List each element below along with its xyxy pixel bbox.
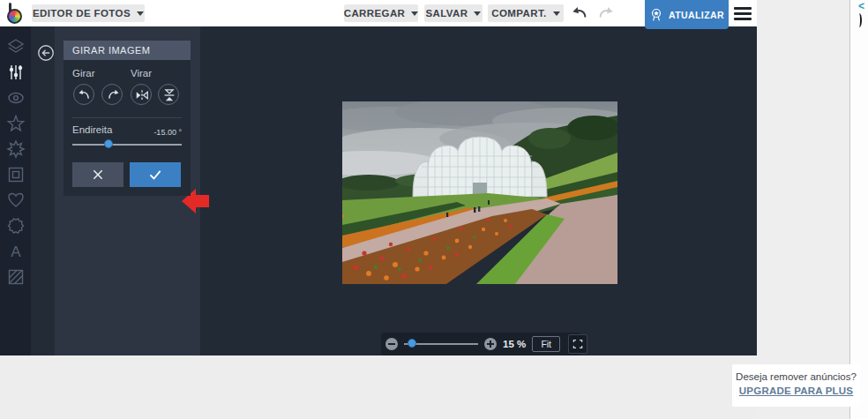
- strip-artifact: [857, 13, 862, 27]
- arrow-shaft: [196, 195, 209, 207]
- hamburger-menu-icon[interactable]: [734, 7, 752, 20]
- pixlr-logo-icon[interactable]: [7, 3, 26, 25]
- award-badge-icon: [649, 7, 663, 23]
- sidebar-item-effects[interactable]: [5, 138, 26, 160]
- atualizar-button[interactable]: ATUALIZAR: [645, 0, 729, 29]
- zoom-slider-thumb[interactable]: [408, 339, 416, 348]
- sidebar-item-eye[interactable]: [5, 87, 26, 108]
- flip-vertical-button[interactable]: [158, 84, 179, 105]
- app-menu-button[interactable]: EDITOR DE FOTOS: [32, 4, 145, 22]
- salvar-button[interactable]: SALVAR: [424, 4, 483, 22]
- straighten-slider[interactable]: [72, 139, 182, 150]
- girar-imagem-panel: GIRAR IMAGEM Girar Virar: [64, 41, 191, 196]
- zoom-bar: 15 % Fit: [381, 333, 580, 355]
- text-tool-glyph: A: [11, 243, 21, 260]
- fit-button[interactable]: Fit: [532, 336, 560, 352]
- editor-workspace: A GIRAR IMAGEM Girar Virar: [0, 26, 759, 355]
- flip-horizontal-button[interactable]: [131, 84, 152, 105]
- app-menu-label: EDITOR DE FOTOS: [33, 8, 131, 19]
- sidebar-item-pattern[interactable]: [5, 266, 26, 288]
- undo-icon[interactable]: [570, 4, 589, 22]
- salvar-label: SALVAR: [426, 8, 468, 19]
- straighten-label: Endireita: [72, 124, 112, 135]
- panel-divider: [72, 117, 182, 118]
- panel-title-label: GIRAR IMAGEM: [72, 45, 151, 56]
- girar-label: Girar: [72, 68, 95, 79]
- sidebar-item-text[interactable]: A: [5, 241, 26, 262]
- sidebar-item-heart[interactable]: [5, 190, 26, 211]
- fullscreen-icon: [571, 337, 585, 351]
- back-arrow-icon[interactable]: [36, 43, 56, 63]
- fit-screen-button[interactable]: [568, 334, 587, 354]
- apply-button[interactable]: [130, 162, 181, 187]
- rotate-right-button[interactable]: [101, 84, 123, 105]
- x-icon: [91, 168, 105, 182]
- remove-ads-card: Deseja remover anúncios? UPGRADE PARA PL…: [732, 364, 860, 407]
- straighten-slider-track: [72, 144, 182, 146]
- caret-down-icon: [553, 11, 560, 16]
- sidebar-item-star[interactable]: [5, 113, 26, 134]
- zoom-slider[interactable]: [404, 339, 478, 349]
- straighten-slider-thumb[interactable]: [104, 139, 113, 148]
- cancel-button[interactable]: [72, 162, 123, 187]
- carregar-label: CARREGAR: [344, 8, 406, 19]
- sidebar-item-layers[interactable]: [5, 36, 26, 57]
- zoom-out-icon[interactable]: [385, 338, 398, 350]
- sidebar-item-adjustments[interactable]: [5, 62, 26, 83]
- caret-down-icon: [137, 11, 144, 16]
- virar-label: Virar: [131, 68, 152, 79]
- caret-down-icon: [474, 11, 481, 16]
- compart-label: COMPART.: [491, 8, 546, 19]
- zoom-in-icon[interactable]: [484, 338, 497, 350]
- remove-ads-question: Deseja remover anúncios?: [732, 371, 860, 382]
- collapse-arrow-icon[interactable]: <: [858, 0, 864, 12]
- compart-button[interactable]: COMPART.: [488, 4, 564, 22]
- carregar-button[interactable]: CARREGAR: [344, 4, 418, 22]
- top-bar: EDITOR DE FOTOS CARREGAR SALVAR COMPART.: [0, 0, 757, 26]
- fit-label: Fit: [541, 339, 551, 349]
- atualizar-label: ATUALIZAR: [669, 10, 724, 20]
- canvas-image[interactable]: [342, 101, 617, 284]
- panel-back-strip: [31, 26, 55, 355]
- caret-down-icon: [411, 11, 418, 16]
- tool-sidebar: A: [0, 26, 31, 355]
- sidebar-item-badge[interactable]: [5, 215, 26, 236]
- upgrade-link[interactable]: UPGRADE PARA PLUS: [739, 385, 853, 396]
- checkmark-icon: [147, 167, 163, 183]
- sidebar-item-frame[interactable]: [5, 164, 26, 185]
- rotate-left-button[interactable]: [73, 84, 94, 105]
- scrollbar-strip[interactable]: <: [849, 0, 868, 419]
- panel-title: GIRAR IMAGEM: [64, 41, 191, 60]
- logo-color-wheel: [7, 9, 22, 24]
- redo-icon[interactable]: [596, 4, 616, 22]
- straighten-value: -15.00 °: [153, 128, 182, 137]
- zoom-value: 15 %: [503, 339, 526, 349]
